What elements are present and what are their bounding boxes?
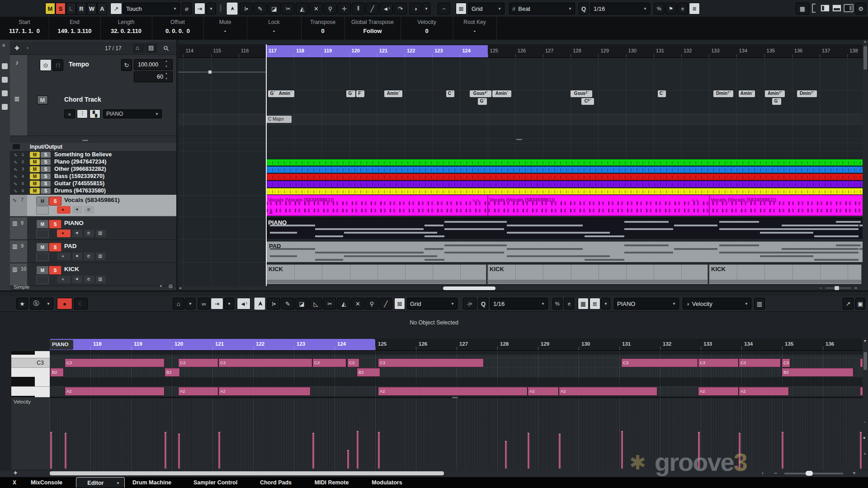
chord-sliders-icon[interactable]: ⫶ xyxy=(77,109,88,118)
chord-event[interactable]: Amin xyxy=(276,90,294,97)
track-mute-button[interactable]: M xyxy=(36,243,49,252)
info-field-mute[interactable]: Mute- xyxy=(203,17,247,40)
piano-keyboard[interactable]: C3 xyxy=(11,351,51,397)
monitor-speaker-icon[interactable]: ◄ xyxy=(72,230,82,237)
track-row-guitar[interactable]: ∿5MSGuitar (744555815) xyxy=(10,180,176,188)
monitor-speaker-icon[interactable]: ◄ xyxy=(72,206,82,214)
midi-event-pad[interactable]: PAD xyxy=(266,241,863,262)
track-mute-button[interactable]: M xyxy=(30,174,40,179)
editor-quantize-q-icon[interactable]: Q xyxy=(478,298,488,310)
scrollbar-handle[interactable] xyxy=(443,286,495,290)
track-row-something[interactable]: ∿1MSSomething to Believe xyxy=(10,151,176,159)
editor-quantize-select[interactable]: 1/16▼ xyxy=(490,298,548,310)
midi-keyboard-icon[interactable]: ▥ xyxy=(96,253,106,260)
kick-event-segment[interactable]: KICK xyxy=(709,264,862,284)
split-tool[interactable]: ✂ xyxy=(323,298,336,310)
tempo-value-display[interactable]: 100.000▲▼ xyxy=(134,59,173,70)
edit-channel-icon[interactable]: e xyxy=(84,276,94,283)
tab-drum-machine[interactable]: Drum Machine xyxy=(130,477,174,488)
glue-tool[interactable]: ◭ xyxy=(296,3,309,14)
tempo-spin-down[interactable]: ▼ xyxy=(165,65,168,68)
midi-note-a2[interactable]: A2 xyxy=(739,387,789,396)
chord-event[interactable]: Dmin7 xyxy=(713,90,733,97)
midi-note-b2[interactable]: B2 xyxy=(165,368,180,377)
velocity-bar[interactable] xyxy=(559,434,561,469)
kick-event-segment[interactable]: KICK xyxy=(266,264,486,284)
velocity-bar[interactable] xyxy=(621,431,623,469)
range-selection-tool[interactable]: I▪ xyxy=(240,3,253,14)
editor-autoscroll-arrow[interactable]: ▼ xyxy=(224,298,234,310)
chord-event[interactable]: G xyxy=(478,98,487,105)
pitch-visibility-select[interactable]: PIANO▼ xyxy=(614,298,679,310)
project-cursor[interactable] xyxy=(266,44,267,286)
editor-record-button[interactable]: ● xyxy=(57,298,72,310)
toolbar-listen-button[interactable]: L xyxy=(66,3,76,14)
v-scroll-up[interactable]: ▲ xyxy=(863,40,867,43)
tab-sampler-control[interactable]: Sampler Control xyxy=(192,477,239,488)
chord-track[interactable]: ≣MChord Track●⫶▚PIANO▼ xyxy=(10,91,176,136)
track-preset-icon[interactable]: ◔ xyxy=(25,45,29,52)
quantize-q-icon[interactable]: Q xyxy=(579,3,589,14)
close-lower-zone-button[interactable]: X xyxy=(13,479,16,486)
midi-note-b2[interactable]: B2 xyxy=(50,368,64,377)
quantize-edit-icon[interactable]: e xyxy=(564,298,574,310)
record-enable-button[interactable]: ● xyxy=(57,276,71,283)
object-selection-tool[interactable]: ➤ xyxy=(226,2,238,15)
tempo-spin-up[interactable]: ▲ xyxy=(165,60,168,62)
midi-note-c3[interactable]: C3 xyxy=(739,358,781,367)
acoustic-feedback-icon[interactable]: ◄⁾ xyxy=(237,298,250,310)
object-selection-tool[interactable]: ➤ xyxy=(254,297,266,310)
onscreen-keyboard-icon[interactable]: ▦ xyxy=(796,3,809,14)
info-field-length[interactable]: Length32. 0. 2.110 xyxy=(100,17,152,40)
color-scheme-arrow[interactable]: ▼ xyxy=(601,298,610,310)
editor-home-arrow[interactable]: ▼ xyxy=(185,298,195,310)
chord-event[interactable]: F xyxy=(356,90,364,97)
trim-tool[interactable]: ◺ xyxy=(309,298,322,310)
h-zoom-out[interactable]: − xyxy=(819,285,822,291)
chord-event[interactable]: Amin xyxy=(492,90,511,97)
velocity-bar[interactable] xyxy=(378,432,380,469)
editor-solo-arrow[interactable]: ▼ xyxy=(43,298,53,310)
velocity-bar[interactable] xyxy=(357,431,359,469)
chord-output-select[interactable]: PIANO▼ xyxy=(103,109,162,118)
autoscroll-icon[interactable]: ⇥ xyxy=(194,3,205,14)
midi-note-a2[interactable]: A2 xyxy=(65,387,165,396)
draw-tool[interactable]: ✎ xyxy=(254,3,267,14)
line-tool[interactable]: ╱ xyxy=(379,298,392,310)
tempo-secondary-display[interactable]: 60▲▼ xyxy=(134,71,173,82)
tempo2-spin-down[interactable]: ▼ xyxy=(165,77,168,80)
track-row-kick[interactable]: ▥10MSKICK●◄e▥ xyxy=(10,263,176,286)
midi-event-piano[interactable]: PIANO xyxy=(266,218,863,239)
track-config-gear-icon[interactable]: ⚙ xyxy=(168,283,173,290)
tempo-curve-node[interactable] xyxy=(208,70,212,74)
track-solo-button[interactable]: S xyxy=(41,181,51,187)
midi-note-c3[interactable]: C3 xyxy=(218,358,312,367)
chord-event[interactable]: Amin7 xyxy=(765,90,785,97)
scroll-left-arrow[interactable]: ◂ xyxy=(179,286,181,290)
left-zone-bracket-icon[interactable] xyxy=(812,4,816,13)
track-row-piano[interactable]: ∿2MSPiano (2947647234) xyxy=(10,158,176,166)
rail-tool-icon[interactable] xyxy=(2,63,8,69)
editor-v-scroll-arrow[interactable]: ▼ xyxy=(863,339,867,343)
tempo2-spin-up[interactable]: ▲ xyxy=(165,72,168,75)
fade-curve-icon[interactable]: ⌢ xyxy=(438,3,450,14)
track-config-arrow[interactable]: ▼ xyxy=(159,284,163,288)
tempo-track[interactable]: ♪⊙⊓Tempo↻100.000▲▼60▲▼ xyxy=(10,55,176,92)
editor-grid-select[interactable]: Grid▼ xyxy=(407,298,458,310)
midi-keyboard-icon[interactable]: ▥ xyxy=(96,276,106,283)
erase-tool[interactable]: ◪ xyxy=(295,298,308,310)
v-scroll-handle[interactable] xyxy=(863,46,867,70)
midi-event-kick[interactable]: KICKKICKKICK xyxy=(266,264,863,285)
h-zoom-in[interactable]: + xyxy=(854,285,857,291)
chord-track-mute-button[interactable]: M xyxy=(37,95,48,104)
snap-grid-icon[interactable]: ⊠ xyxy=(456,3,467,14)
audio-event-vocals[interactable]: Vocals (Vocals (583459861))Vocals (Vocal… xyxy=(266,195,863,216)
track-row-drums[interactable]: ∿6MSDrums (947633580) xyxy=(10,187,176,195)
tab-midi-remote[interactable]: MIDI Remote xyxy=(312,477,351,488)
track-solo-button[interactable]: S xyxy=(49,266,61,275)
track-row-vocals[interactable]: ∿7MSVocals (583459861)●◄e xyxy=(10,195,176,216)
audio-event-piano[interactable] xyxy=(266,159,863,166)
midi-note-a2[interactable]: A2 xyxy=(559,387,657,396)
info-field-start[interactable]: Start117. 1. 1. 0 xyxy=(0,17,49,40)
zoom-tool[interactable]: ⚲ xyxy=(365,298,378,310)
